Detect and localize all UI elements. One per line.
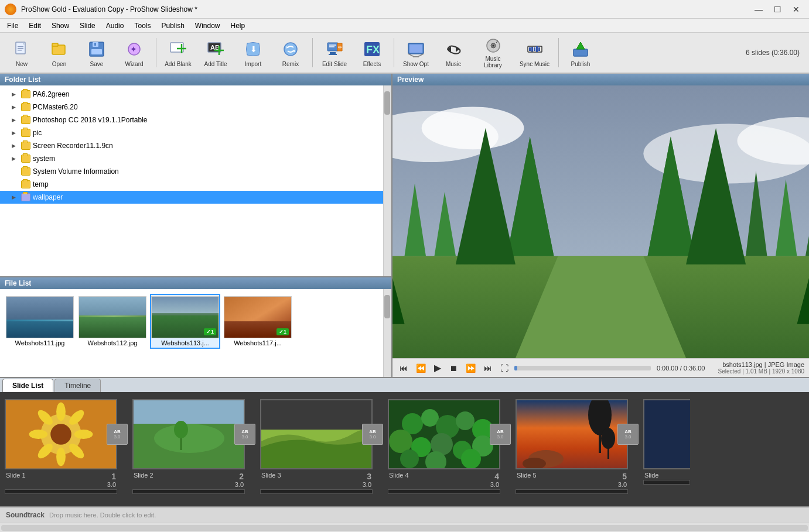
toolbar-new[interactable]: New <box>5 35 39 71</box>
file-thumbnail: ✓1 <box>224 296 292 338</box>
svg-rect-10 <box>94 43 96 46</box>
file-name: Webshots112.jpg <box>88 339 138 346</box>
svg-rect-92 <box>261 400 373 430</box>
add-blank-label: Add Blank <box>165 61 192 67</box>
slide-item-3[interactable]: AB 3.0 Slide 3 3 3.0 <box>258 397 375 496</box>
slide-transition-2[interactable]: AB 3.0 <box>234 424 255 445</box>
folder-item-sysvolinfo[interactable]: ▶ System Volume Information <box>0 165 391 178</box>
show-opt-icon <box>405 39 426 60</box>
folder-scroll-thumb[interactable] <box>384 91 390 115</box>
minimize-button[interactable]: — <box>750 3 767 16</box>
rewind-button[interactable]: ⏪ <box>414 362 428 374</box>
slide-item-6[interactable]: AB 3.0 Slide <box>641 397 692 487</box>
stop-button[interactable]: ⏹ <box>447 362 460 374</box>
svg-rect-6 <box>52 43 58 46</box>
slide-item-1[interactable]: AB 3.0 Slide 1 1 3.0 <box>2 397 120 496</box>
file-item-webshots112[interactable]: Webshots112.jpg <box>77 294 148 349</box>
toolbar-open[interactable]: Open <box>42 35 76 71</box>
menu-tools[interactable]: Tools <box>129 20 155 31</box>
toolbar-remix[interactable]: Remix <box>274 35 308 71</box>
menu-publish[interactable]: Publish <box>156 20 189 31</box>
svg-rect-44 <box>534 47 535 51</box>
folder-item-temp[interactable]: ▶ temp <box>0 178 391 191</box>
file-name: Webshots113.j... <box>161 339 209 346</box>
preview-image <box>392 85 809 358</box>
slide-thumb-container: AB 3.0 <box>5 399 117 469</box>
svg-point-21 <box>284 43 297 56</box>
skip-end-button[interactable]: ⏭ <box>482 362 494 374</box>
folder-item-wallpaper[interactable]: ▶ wallpaper <box>0 191 391 204</box>
toolbar-music[interactable]: Music <box>436 35 470 71</box>
toolbar-publish[interactable]: Publish <box>564 35 598 71</box>
menu-edit[interactable]: Edit <box>24 20 46 31</box>
folder-item-pcmaster[interactable]: ▶ PCMaster6.20 <box>0 101 391 114</box>
save-label: Save <box>90 61 104 67</box>
folder-item-system[interactable]: ▶ system <box>0 152 391 165</box>
add-blank-icon <box>168 39 189 60</box>
fast-forward-button[interactable]: ⏩ <box>463 362 478 374</box>
folder-item-photoshop[interactable]: ▶ Photoshop CC 2018 v19.1.1Portable <box>0 114 391 126</box>
tab-slide-list[interactable]: Slide List <box>2 379 53 392</box>
bottom-scrollbar[interactable] <box>0 523 809 532</box>
slide-transition-5[interactable]: AB 3.0 <box>617 424 639 445</box>
folder-item-pic[interactable]: ▶ pic <box>0 126 391 139</box>
close-button[interactable]: ✕ <box>788 3 804 16</box>
add-title-icon: AB <box>205 39 226 60</box>
file-scrollbar[interactable] <box>383 289 391 377</box>
expand-arrow: ▶ <box>12 130 19 136</box>
menu-bar: File Edit Show Slide Audio Tools Publish… <box>0 19 809 33</box>
toolbar-music-library[interactable]: ♪ Music Library <box>474 35 512 71</box>
menu-file[interactable]: File <box>2 20 23 31</box>
menu-window[interactable]: Window <box>190 20 225 31</box>
toolbar-sync-music[interactable]: Sync Music <box>516 35 554 71</box>
file-thumbnail <box>78 296 146 338</box>
toolbar-add-blank[interactable]: Add Blank <box>161 35 195 71</box>
file-scroll-thumb[interactable] <box>384 295 390 318</box>
toolbar-edit-slide[interactable]: ✏ Edit Slide <box>318 35 351 71</box>
menu-audio[interactable]: Audio <box>101 20 129 31</box>
skip-back-button[interactable]: ⏮ <box>397 362 410 374</box>
toolbar-import[interactable]: ⬇ Import <box>236 35 270 71</box>
slide-item-5[interactable]: AB 3.0 Slide 5 5 3.0 <box>513 397 630 496</box>
preview-progress-bar[interactable] <box>514 366 651 370</box>
folder-scrollbar[interactable] <box>383 85 391 276</box>
slide-transition-3[interactable]: AB 3.0 <box>362 424 383 445</box>
slide-label-2: Slide 2 2 <box>132 472 245 481</box>
fullscreen-button[interactable]: ⛶ <box>498 362 511 374</box>
menu-help[interactable]: Help <box>226 20 250 31</box>
tab-timeline[interactable]: Timeline <box>54 379 101 392</box>
toolbar-add-title[interactable]: AB Add Title <box>199 35 233 71</box>
music-library-label: Music Library <box>476 56 510 68</box>
folder-item-pa6[interactable]: ▶ PA6.2green <box>0 88 391 101</box>
publish-label: Publish <box>571 61 590 67</box>
expand-arrow: ▶ <box>12 156 19 162</box>
music-label: Music <box>446 61 461 67</box>
svg-rect-43 <box>531 47 533 52</box>
slide-item-4[interactable]: AB 3.0 Slide 4 4 3.0 <box>385 397 503 496</box>
horizontal-scroll-track[interactable] <box>1 525 808 531</box>
left-panel: Folder List ▶ PA6.2green ▶ PCMaster6.20 <box>0 74 392 377</box>
file-item-webshots111[interactable]: Webshots111.jpg <box>5 294 75 349</box>
folder-item-screen-recorder[interactable]: ▶ Screen Recorder11.1.9cn <box>0 139 391 152</box>
menu-show[interactable]: Show <box>47 20 74 31</box>
menu-slide[interactable]: Slide <box>75 20 100 31</box>
toolbar-sep4 <box>558 38 559 67</box>
play-button[interactable]: ▶ <box>432 361 443 375</box>
preview-controls: ⏮ ⏪ ▶ ⏹ ⏩ ⏭ ⛶ 0:00.00 / 0:36.00 bshots11… <box>392 358 809 377</box>
toolbar-effects[interactable]: FX Effects <box>355 35 389 71</box>
toolbar-wizard[interactable]: ✦ Wizard <box>117 35 151 71</box>
slide-transition-1[interactable]: AB 3.0 <box>107 424 128 445</box>
slide-duration-1: 3.0 <box>5 481 117 488</box>
file-item-webshots113[interactable]: ✓1 Webshots113.j... <box>150 294 220 349</box>
slide-transition-4[interactable]: AB 3.0 <box>490 424 511 445</box>
toolbar-show-opt[interactable]: Show Opt <box>399 35 433 71</box>
slide-item-2[interactable]: AB 3.0 Slide 2 2 3.0 <box>130 397 247 496</box>
maximize-button[interactable]: ☐ <box>769 3 786 16</box>
toolbar-save: Save <box>80 35 114 71</box>
music-library-icon: ♪ <box>483 37 504 54</box>
svg-rect-86 <box>134 400 245 424</box>
file-item-webshots117[interactable]: ✓1 Webshots117.j... <box>223 294 293 349</box>
expand-arrow: ▶ <box>12 104 19 110</box>
file-thumbnail <box>6 296 74 338</box>
edit-slide-icon: ✏ <box>324 39 345 60</box>
